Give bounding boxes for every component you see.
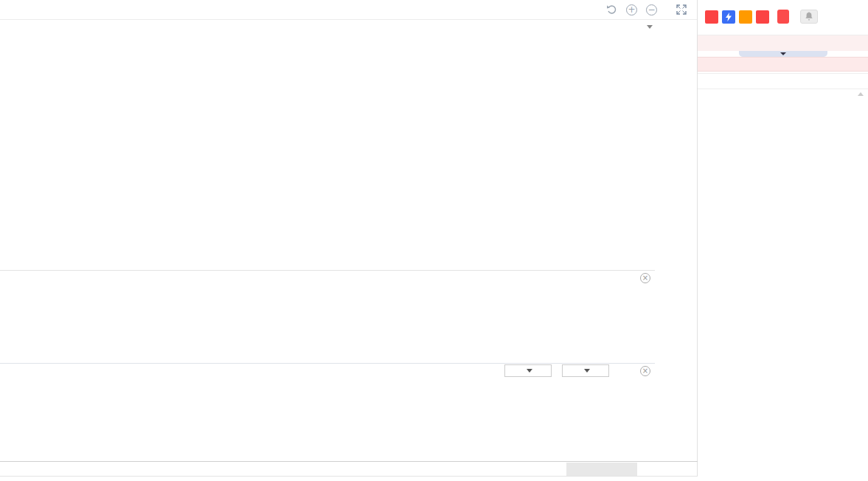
bid-ask-ratio [698, 57, 868, 72]
stock-header [698, 0, 868, 5]
chart-nav-icons: + − [606, 4, 657, 15]
crosshair-date-label [566, 463, 637, 476]
zoom-in-icon[interactable]: + [626, 4, 637, 15]
chevron-down-icon [527, 369, 532, 373]
top-toolbar: + − [0, 0, 697, 20]
scroll-up-icon[interactable] [858, 92, 864, 96]
accumulate-dropdown[interactable] [562, 364, 609, 377]
zoom-out-icon[interactable]: − [646, 4, 657, 15]
undo-icon[interactable] [606, 4, 617, 15]
collapse-handle[interactable] [739, 51, 827, 57]
timesales-title [698, 73, 868, 89]
add-watchlist-button[interactable] [777, 10, 789, 24]
x-axis [0, 461, 698, 476]
margin-tag [739, 10, 752, 24]
bar-style-dropdown[interactable] [504, 364, 552, 377]
kline-chart [0, 0, 698, 481]
chart-column: + − [0, 0, 698, 481]
ma-settings-button[interactable] [644, 21, 653, 32]
trading-app: + − [0, 0, 868, 481]
macd-panel-header: × [0, 270, 655, 285]
chevron-down-icon [584, 369, 590, 373]
main-indicator-row [1, 21, 653, 32]
chevron-down-icon [780, 52, 786, 55]
close-icon[interactable]: × [640, 273, 650, 283]
quote-panel [698, 0, 868, 481]
close-icon[interactable]: × [640, 366, 650, 376]
chevron-down-icon [647, 25, 653, 29]
timesales-list[interactable] [698, 89, 868, 481]
stock-tags [698, 6, 868, 27]
level2-link[interactable] [698, 35, 868, 51]
indicator-tab-bar [0, 476, 698, 481]
fullscreen-icon[interactable] [676, 4, 687, 15]
shenzhen-tag [705, 10, 718, 24]
flow-panel-header: × [0, 363, 655, 378]
trading-status [698, 27, 868, 35]
connect-tag [756, 10, 769, 24]
lightning-icon [722, 10, 735, 24]
alert-bell-icon[interactable] [800, 10, 818, 24]
